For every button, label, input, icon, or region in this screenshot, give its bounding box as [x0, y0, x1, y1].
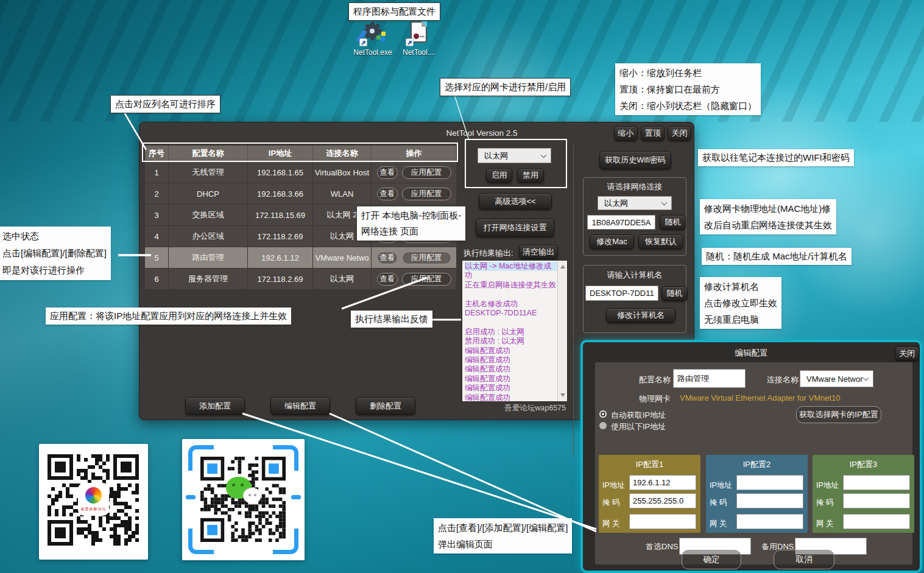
gateway-input-2[interactable]: [736, 514, 803, 529]
view-button[interactable]: 查看: [377, 188, 398, 200]
table-cell-ops: 查看应用配置: [371, 247, 456, 268]
nic-select-dropdown[interactable]: 以太网: [478, 148, 551, 163]
modify-hostname-button[interactable]: 修改计算机名: [606, 308, 675, 323]
table-row[interactable]: 6服务器管理172.118.2.69以太网查看应用配置: [145, 269, 456, 289]
edit-window-content: 配置名称 连接名称 VMware Networ 物理网卡 VMware Virt…: [595, 362, 912, 564]
mask-input-3[interactable]: [843, 493, 910, 508]
table-row[interactable]: 1无线管理192.168.1.65VirtualBox Host查看应用配置: [145, 162, 456, 183]
get-nic-ip-button[interactable]: 获取选择网卡的IP配置: [796, 406, 881, 423]
apply-config-button[interactable]: 应用配置: [402, 251, 451, 264]
view-button[interactable]: 查看: [377, 166, 398, 179]
header-ip[interactable]: IP地址: [247, 146, 312, 161]
conn-name-dropdown[interactable]: VMware Networ: [800, 370, 873, 387]
delete-config-button[interactable]: 删除配置: [356, 397, 415, 415]
apply-config-button[interactable]: 应用配置: [402, 188, 451, 200]
scroll-up-icon[interactable]: [560, 265, 565, 269]
table-cell: 172.118.2.69: [247, 226, 312, 247]
table-cell: 192.168.1.65: [247, 162, 312, 183]
ip-label: IP地址: [816, 480, 839, 491]
ip-label: IP地址: [602, 480, 625, 491]
enable-nic-button[interactable]: 启用: [486, 168, 512, 183]
ip-input-3[interactable]: [843, 475, 910, 490]
clear-output-button[interactable]: 清空输出: [519, 245, 558, 259]
restore-default-button[interactable]: 恢复默认: [638, 234, 683, 249]
qr-corner-bracket: [273, 529, 298, 554]
radio-auto-ip-label[interactable]: 自动获取IP地址: [611, 410, 666, 421]
random-mac-button[interactable]: 随机: [660, 215, 686, 230]
edit-config-button[interactable]: 编辑配置: [270, 397, 330, 415]
close-button[interactable]: 关闭: [668, 126, 691, 141]
minimize-button[interactable]: 缩小: [614, 126, 638, 141]
mask-input-2[interactable]: [736, 493, 803, 508]
table-cell: 6: [145, 269, 168, 289]
ip-input-1[interactable]: [629, 475, 696, 490]
desktop-icon-nettool-exe[interactable]: ↗ NetTool.exe: [346, 21, 400, 57]
apply-config-button[interactable]: 应用配置: [402, 273, 451, 286]
conn-name-value: VMware Networ: [806, 374, 862, 384]
add-config-button[interactable]: 添加配置: [185, 397, 245, 415]
log-line: 编辑配置成功: [465, 365, 559, 374]
view-button[interactable]: 查看: [377, 273, 398, 286]
hostname-input[interactable]: [585, 286, 658, 301]
modify-mac-button[interactable]: 修改Mac: [590, 234, 634, 249]
cancel-button[interactable]: 取消: [774, 550, 834, 569]
header-ops[interactable]: 操作: [371, 146, 456, 161]
disable-nic-button[interactable]: 禁用: [517, 168, 544, 183]
annotation-nic-toggle-hint: 选择对应的网卡进行禁用/启用: [440, 78, 571, 96]
dns1-label: 首选DNS: [646, 541, 678, 552]
annotation-mac-hint: 修改网卡物理地址(MAC地址)修 改后自动重启网络连接使其生效: [700, 199, 836, 234]
log-line: 主机名修改成功: [465, 300, 559, 309]
random-hostname-button[interactable]: 随机: [661, 286, 688, 301]
log-line: 编辑配置成功: [465, 393, 559, 402]
mask-input-1[interactable]: [629, 493, 696, 508]
edit-close-button[interactable]: 关闭: [895, 346, 919, 360]
apply-config-button[interactable]: 应用配置: [402, 166, 451, 179]
radio-static-ip[interactable]: [599, 422, 607, 429]
window-title: NetTool Version 2.5: [421, 128, 543, 138]
annotation-open-network-hint: 打开 本地电脑-控制面板- 网络连接 页面: [356, 206, 466, 241]
ip-input-2[interactable]: [736, 475, 803, 490]
gateway-input-3[interactable]: [843, 514, 910, 529]
view-button[interactable]: 查看: [377, 251, 398, 264]
scroll-down-icon[interactable]: [560, 393, 565, 397]
table-row[interactable]: 5路由管理192.6.1.12VMware Netwo查看应用配置: [145, 247, 456, 268]
table-cell: 3: [145, 205, 168, 225]
table-row[interactable]: 2DHCP192.168.3.66WLAN查看应用配置: [145, 183, 456, 204]
mac-address-input[interactable]: [587, 215, 655, 230]
icon-label: NetTool....: [392, 48, 446, 57]
header-conn[interactable]: 连接名称: [312, 146, 371, 161]
output-log[interactable]: 以太网 -> Mac地址修改成功正在重启网络连接使其生效 主机名修改成功DESK…: [462, 260, 568, 402]
ok-button[interactable]: 确定: [682, 550, 741, 569]
log-line: 禁用成功 : 以太网: [465, 337, 559, 346]
connection-value: 以太网: [604, 198, 628, 209]
qr-corner-bracket: [188, 445, 214, 471]
wifi-history-button[interactable]: 获取历史Wifi密码: [599, 151, 671, 169]
annotation-program-icons: 程序图标与配置文件: [348, 2, 440, 21]
radio-static-ip-label[interactable]: 使用以下IP地址: [611, 421, 666, 432]
radio-auto-ip[interactable]: [599, 410, 607, 418]
computer-name-group: 请输入计算机名 随机 修改计算机名: [583, 265, 686, 333]
panel-divider: [573, 144, 574, 456]
config-name-label: 配置名称: [639, 374, 671, 385]
table-cell: 1: [145, 162, 168, 183]
gateway-input-1[interactable]: [629, 514, 696, 529]
annotation-output-hint: 执行结果输出反馈: [351, 311, 432, 328]
desktop-icon-nettool-config[interactable]: ↗ NetTool....: [392, 21, 446, 57]
table-cell: VirtualBox Host: [312, 162, 371, 183]
config-name-input[interactable]: [673, 369, 746, 388]
log-scrollbar[interactable]: [557, 261, 567, 401]
mask-label: 掩 码: [602, 497, 619, 508]
connection-dropdown[interactable]: 以太网: [598, 196, 672, 210]
chevron-down-icon: [541, 152, 547, 158]
pin-button[interactable]: 置顶: [641, 126, 665, 141]
table-cell: 路由管理: [168, 247, 247, 268]
open-network-settings-button[interactable]: 打开网络连接设置: [476, 219, 554, 237]
header-name[interactable]: 配置名称: [168, 146, 247, 161]
table-cell: 2: [145, 183, 168, 204]
annotation-sort-hint: 点击对应列名可进行排序: [110, 95, 220, 113]
header-num[interactable]: 序号: [145, 146, 168, 161]
log-line: DESKTOP-7DD11AE: [465, 309, 559, 318]
table-header-row[interactable]: 序号 配置名称 IP地址 连接名称 操作: [145, 146, 456, 161]
advanced-options-button[interactable]: 高级选项<<: [479, 193, 552, 209]
table-cell: 5: [145, 247, 168, 268]
